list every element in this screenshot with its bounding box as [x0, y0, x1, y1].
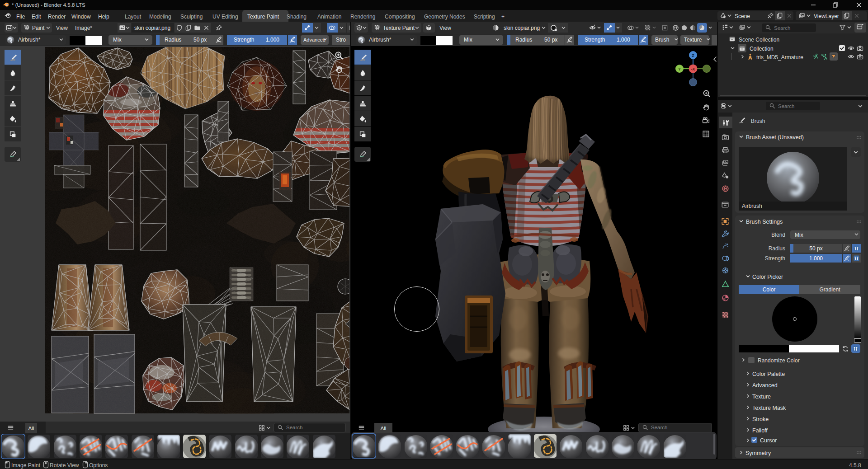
- svg-text:Y: Y: [678, 67, 681, 71]
- svg-text:-X: -X: [691, 67, 695, 71]
- svg-text:Z: Z: [692, 53, 694, 58]
